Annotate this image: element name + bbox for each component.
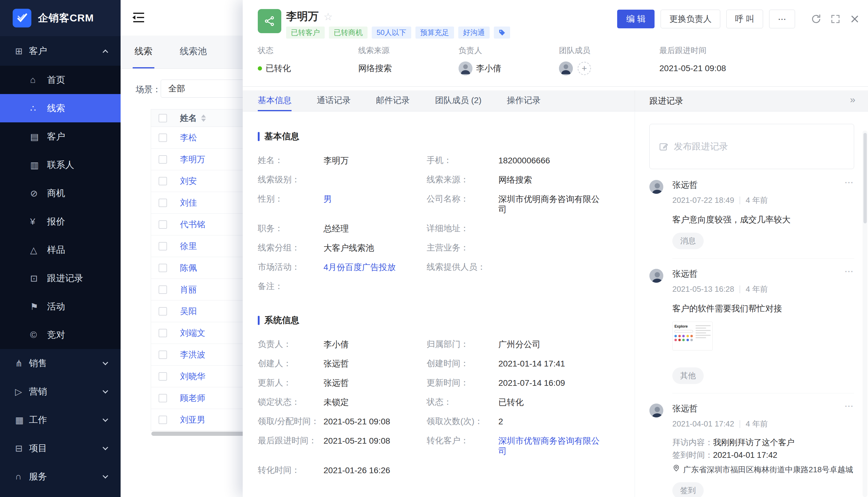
row-checkbox[interactable] [158, 307, 167, 315]
more-actions-button[interactable]: ⋯ [769, 10, 795, 28]
star-icon[interactable]: ☆ [323, 11, 333, 23]
lead-name-link[interactable]: 李明万 [180, 155, 205, 164]
sidebar-group-service[interactable]: ∩ 服务 [0, 462, 121, 491]
lead-name-link[interactable]: 刘亚男 [180, 415, 205, 424]
converted-customer-link[interactable]: 深圳市优智商务咨询有限公司 [499, 431, 601, 461]
lead-name-link[interactable]: 代书铭 [180, 220, 205, 229]
field-value: 张远哲 [323, 354, 426, 373]
row-checkbox[interactable] [158, 264, 167, 272]
change-owner-button[interactable]: 更换负责人 [661, 10, 720, 28]
sidebar-item-contacts[interactable]: ▥ 联系人 [0, 151, 121, 179]
tag-converted-customer: 已转客户 [286, 27, 325, 39]
row-checkbox[interactable] [158, 372, 167, 381]
row-checkbox[interactable] [158, 242, 167, 251]
more-icon[interactable]: ⋯ [844, 179, 854, 185]
tab-mail-records[interactable]: 邮件记录 [376, 90, 410, 111]
tab-operation-records[interactable]: 操作记录 [507, 90, 541, 111]
row-checkbox[interactable] [158, 394, 167, 402]
checkin-time-line: 签到时间：2021-04-01 17:42 [672, 449, 854, 461]
sidebar-item-leads[interactable]: ∴ 线索 [0, 94, 121, 122]
feed-author: 张远哲 [672, 403, 844, 414]
tab-leads[interactable]: 线索 [132, 36, 154, 68]
add-team-member-button[interactable]: + [578, 62, 591, 75]
row-checkbox[interactable] [158, 285, 167, 294]
thumb-text-lines [696, 324, 711, 348]
sidebar-item-activities[interactable]: ⚑ 活动 [0, 292, 121, 321]
tab-team-members[interactable]: 团队成员 (2) [435, 90, 481, 111]
row-checkbox[interactable] [158, 329, 167, 337]
tab-basic-info[interactable]: 基本信息 [258, 90, 292, 111]
call-button[interactable]: 呼 叫 [726, 10, 763, 28]
sidebar-item-samples[interactable]: △ 样品 [0, 236, 121, 264]
feed-item: 张远哲 ⋯ 2021-05-13 16:284 年前 客户的软件需要我们帮忙对接… [649, 268, 854, 393]
sidebar-item-opportunities[interactable]: ⊘ 商机 [0, 179, 121, 207]
tag-budget: 预算充足 [416, 27, 454, 39]
lead-name-link[interactable]: 吴阳 [180, 307, 197, 316]
lead-name-link[interactable]: 李洪波 [180, 350, 205, 359]
divider [672, 258, 854, 259]
lead-name-link[interactable]: 徐里 [180, 241, 197, 251]
chevron-down-icon [102, 473, 108, 478]
chevron-down-icon [102, 388, 108, 393]
edit-tags-icon[interactable] [494, 27, 510, 39]
sidebar-group-work[interactable]: ▦ 工作 [0, 406, 121, 434]
team-member-avatar[interactable] [559, 61, 573, 75]
sidebar-item-home[interactable]: ⌂ 首页 [0, 66, 121, 94]
sidebar-group-customer[interactable]: ⊞ 客户 [0, 36, 121, 66]
sort-icon[interactable] [201, 115, 206, 122]
field-value: 未锁定 [323, 393, 426, 412]
tag-communication: 好沟通 [458, 27, 490, 39]
collapse-sidebar-icon[interactable] [131, 12, 145, 24]
lead-name-link[interactable]: 顾老师 [180, 393, 205, 403]
row-checkbox[interactable] [158, 220, 167, 229]
lead-detail-drawer: 李明万 ☆ 已转客户 已转商机 50人以下 预算充足 好沟通 编 辑 更换负责人… [243, 0, 868, 497]
feed-type-badge: 签到 [672, 482, 704, 497]
activity-icon: ⚑ [30, 301, 47, 312]
lead-name-link[interactable]: 李松 [180, 133, 197, 142]
refresh-icon[interactable] [810, 12, 823, 26]
field-value: 大客户线索池 [323, 238, 426, 258]
field-value: 18200006666 [499, 151, 601, 170]
field-label: 公司名称： [426, 189, 499, 219]
close-icon[interactable] [848, 12, 862, 26]
row-checkbox[interactable] [158, 199, 167, 207]
section-bar [258, 132, 260, 141]
row-checkbox[interactable] [158, 177, 167, 185]
sidebar-item-customers[interactable]: ▤ 客户 [0, 122, 121, 151]
divider [740, 197, 740, 204]
field-value-link[interactable]: 男 [323, 189, 426, 219]
sidebar-group-sales[interactable]: ⋔ 销售 [0, 349, 121, 377]
lead-name-link[interactable]: 陈佩 [180, 263, 197, 272]
chevron-down-icon [102, 444, 108, 450]
lead-name-link[interactable]: 刘安 [180, 176, 197, 186]
sidebar-group-projects[interactable]: ⊟ 项目 [0, 434, 121, 462]
fullscreen-icon[interactable] [829, 12, 842, 26]
field-value-link[interactable]: 4月份百度广告投放 [323, 258, 426, 277]
follow-up-composer[interactable]: 发布跟进记录 [649, 124, 854, 169]
tab-call-records[interactable]: 通话记录 [317, 90, 351, 111]
sidebar-item-quotes[interactable]: ¥ 报价 [0, 207, 121, 236]
row-checkbox[interactable] [158, 155, 167, 164]
lead-name-link[interactable]: 刘晓华 [180, 372, 205, 381]
sidebar-group-marketing[interactable]: ▷ 营销 [0, 377, 121, 406]
row-checkbox[interactable] [158, 416, 167, 424]
edit-button[interactable]: 编 辑 [617, 10, 655, 28]
collapse-panel-icon[interactable]: » [850, 94, 855, 105]
field-label: 职务： [258, 219, 323, 238]
lead-name-link[interactable]: 刘端文 [180, 328, 205, 338]
more-icon[interactable]: ⋯ [844, 268, 854, 274]
row-checkbox[interactable] [158, 133, 167, 142]
sidebar-item-competitors[interactable]: © 竞对 [0, 321, 121, 349]
lead-name-link[interactable]: 肖丽 [180, 285, 197, 294]
lead-name-link[interactable]: 刘佳 [180, 198, 197, 207]
more-icon[interactable]: ⋯ [844, 403, 854, 409]
sidebar-item-follow-records[interactable]: ⊡ 跟进记录 [0, 264, 121, 292]
tab-lead-pool[interactable]: 线索池 [178, 36, 209, 68]
vertical-scrollbar[interactable] [864, 133, 867, 223]
section-basic-info: 基本信息 [258, 130, 635, 143]
sidebar-menu: ⌂ 首页 ∴ 线索 ▤ 客户 ▥ 联系人 ⊘ 商机 ¥ 报价 [0, 66, 121, 349]
attachment-image[interactable]: Explore [672, 322, 713, 351]
row-checkbox[interactable] [158, 351, 167, 359]
field-label: 备注： [258, 277, 323, 296]
select-all-checkbox[interactable] [158, 114, 167, 122]
